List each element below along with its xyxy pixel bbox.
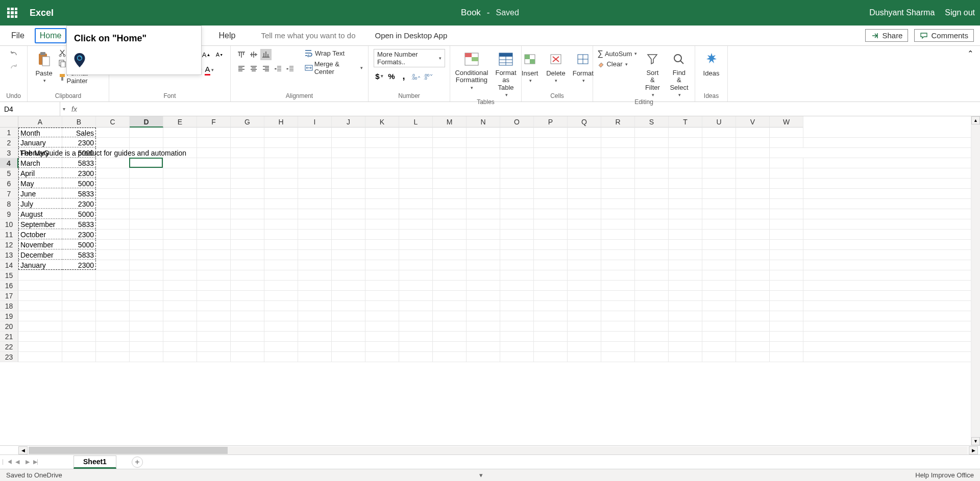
cell-N18[interactable]	[467, 301, 500, 311]
cell-M12[interactable]	[433, 240, 467, 249]
row-header-3[interactable]: 3	[0, 148, 18, 158]
row-header-21[interactable]: 21	[0, 332, 18, 342]
cell-D16[interactable]	[130, 281, 163, 290]
cell-O13[interactable]	[500, 250, 534, 260]
cell-S12[interactable]	[635, 240, 669, 249]
find-select-button[interactable]: Find & Select	[668, 49, 690, 98]
cell-T7[interactable]	[669, 189, 702, 198]
cell-O10[interactable]	[500, 219, 534, 229]
cell-A12[interactable]: November	[18, 240, 62, 249]
cell-C6[interactable]	[96, 179, 130, 188]
cell-B23[interactable]	[62, 352, 96, 362]
cell-L3[interactable]	[365, 148, 399, 158]
cell-W12[interactable]	[770, 240, 803, 249]
cell-W6[interactable]	[770, 179, 803, 188]
cell-I23[interactable]	[298, 352, 332, 362]
cell-K23[interactable]	[365, 352, 399, 362]
cell-Q11[interactable]	[568, 230, 601, 239]
cell-D4[interactable]	[130, 158, 163, 168]
cell-H21[interactable]	[264, 332, 298, 341]
column-header-C[interactable]: C	[96, 116, 130, 128]
row-header-10[interactable]: 10	[0, 219, 18, 230]
cell-R19[interactable]	[601, 311, 635, 321]
formula-bar[interactable]	[81, 102, 980, 116]
cell-S1[interactable]	[635, 128, 669, 137]
cell-I17[interactable]	[298, 291, 332, 300]
cell-O9[interactable]	[500, 209, 534, 219]
cell-L15[interactable]	[399, 270, 433, 280]
cell-R10[interactable]	[601, 219, 635, 229]
increase-indent-button[interactable]	[285, 63, 296, 74]
document-name[interactable]: Book	[461, 8, 481, 18]
cell-M17[interactable]	[433, 291, 467, 300]
cell-I8[interactable]	[298, 199, 332, 209]
cell-D19[interactable]	[130, 311, 163, 321]
cell-R13[interactable]	[601, 250, 635, 260]
cell-E1[interactable]	[163, 128, 197, 137]
cell-R4[interactable]	[601, 158, 635, 168]
cell-P13[interactable]	[534, 250, 568, 260]
cell-I6[interactable]	[298, 179, 332, 188]
cell-G12[interactable]	[231, 240, 264, 249]
cell-K4[interactable]	[365, 158, 399, 168]
cell-C5[interactable]	[96, 168, 130, 178]
cell-H2[interactable]	[264, 138, 298, 147]
cell-A16[interactable]	[18, 281, 62, 290]
cell-P3[interactable]	[500, 148, 534, 158]
cell-T8[interactable]	[669, 199, 702, 209]
cell-L18[interactable]	[399, 301, 433, 311]
cell-Q12[interactable]	[568, 240, 601, 249]
cell-J11[interactable]	[332, 230, 365, 239]
cell-P23[interactable]	[534, 352, 568, 362]
cell-N15[interactable]	[467, 270, 500, 280]
cell-G21[interactable]	[231, 332, 264, 341]
cell-D22[interactable]	[130, 342, 163, 351]
cell-W10[interactable]	[770, 219, 803, 229]
shrink-font-button[interactable]: A▼	[214, 49, 225, 60]
cell-G23[interactable]	[231, 352, 264, 362]
cell-I7[interactable]	[298, 189, 332, 198]
cell-T2[interactable]	[669, 138, 702, 147]
cell-Q13[interactable]	[568, 250, 601, 260]
cell-K2[interactable]	[365, 138, 399, 147]
cell-B11[interactable]: 2300	[62, 230, 96, 239]
column-header-E[interactable]: E	[163, 116, 197, 128]
cell-B22[interactable]	[62, 342, 96, 351]
cell-K3[interactable]	[332, 148, 365, 158]
cell-R18[interactable]	[601, 301, 635, 311]
cell-C7[interactable]	[96, 189, 130, 198]
cell-R20[interactable]	[601, 321, 635, 331]
cell-V11[interactable]	[736, 230, 770, 239]
cell-T18[interactable]	[669, 301, 702, 311]
cell-D1[interactable]	[130, 128, 163, 137]
cell-I11[interactable]	[298, 230, 332, 239]
column-header-D[interactable]: D	[130, 116, 163, 128]
cell-P1[interactable]	[534, 128, 568, 137]
row-header-8[interactable]: 8	[0, 199, 18, 209]
cell-Q3[interactable]	[534, 148, 568, 158]
spreadsheet-grid[interactable]: 1234567891011121314151617181920212223 AB…	[0, 116, 980, 445]
cell-N23[interactable]	[467, 352, 500, 362]
cell-G18[interactable]	[231, 301, 264, 311]
cell-L11[interactable]	[399, 230, 433, 239]
cell-F12[interactable]	[197, 240, 231, 249]
cell-E9[interactable]	[163, 209, 197, 219]
cell-O7[interactable]	[500, 189, 534, 198]
cell-N21[interactable]	[467, 332, 500, 341]
format-as-table-button[interactable]: Format as Table	[493, 49, 518, 98]
cell-O21[interactable]	[500, 332, 534, 341]
cell-A18[interactable]	[18, 301, 62, 311]
cell-P9[interactable]	[534, 209, 568, 219]
cell-V7[interactable]	[736, 189, 770, 198]
cell-B17[interactable]	[62, 291, 96, 300]
cell-R16[interactable]	[601, 281, 635, 290]
cell-P18[interactable]	[534, 301, 568, 311]
cell-M1[interactable]	[433, 128, 467, 137]
cell-T20[interactable]	[669, 321, 702, 331]
cell-H9[interactable]	[264, 209, 298, 219]
cell-B15[interactable]	[62, 270, 96, 280]
cell-N9[interactable]	[467, 209, 500, 219]
cell-A17[interactable]	[18, 291, 62, 300]
cell-G16[interactable]	[231, 281, 264, 290]
cell-T22[interactable]	[669, 342, 702, 351]
